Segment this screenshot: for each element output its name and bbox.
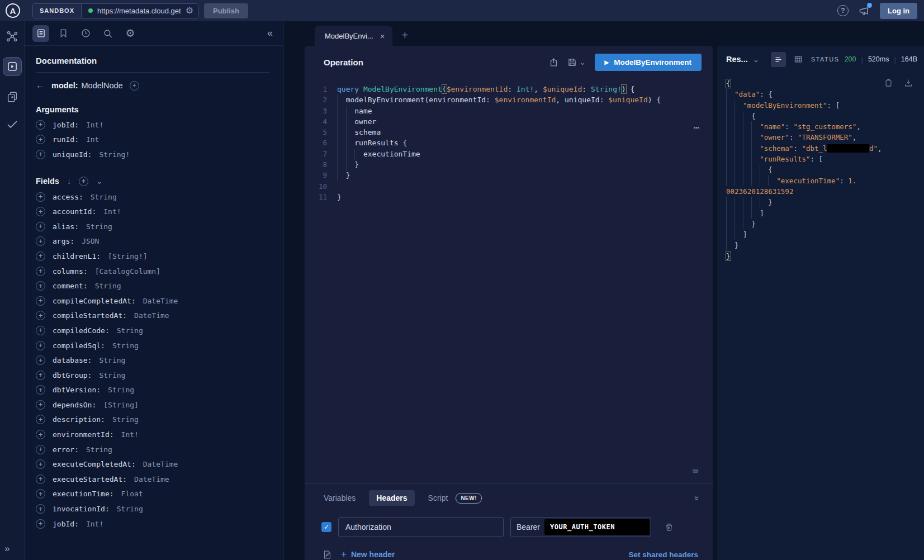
field-item[interactable]: +jobId:Int! (36, 516, 269, 531)
argument-item[interactable]: +jobId:Int! (36, 117, 269, 132)
field-item[interactable]: +compileStartedAt:DateTime (36, 309, 269, 324)
argument-name[interactable]: uniqueId: (53, 150, 92, 159)
field-item[interactable]: +comment:String (36, 278, 269, 293)
add-to-query-icon[interactable]: + (36, 341, 45, 350)
field-type[interactable]: String (112, 415, 139, 424)
field-type[interactable]: String (117, 326, 143, 335)
add-to-query-icon[interactable]: + (36, 400, 45, 410)
field-name[interactable]: compiledSql: (53, 341, 105, 350)
add-to-query-icon[interactable]: + (36, 371, 45, 380)
field-item[interactable]: +childrenL1:[String!] (36, 249, 269, 264)
field-item[interactable]: +access:String (36, 189, 269, 205)
field-item[interactable]: +dependsOn:[String] (36, 397, 269, 412)
add-to-query-icon[interactable]: + (36, 326, 45, 335)
field-name[interactable]: jobId: (53, 520, 79, 528)
field-name[interactable]: childrenL1: (53, 252, 101, 260)
more-options-icon[interactable]: ⋯ (694, 122, 700, 133)
pretty-view-icon[interactable] (771, 52, 786, 67)
field-name[interactable]: environmentId: (53, 430, 114, 439)
table-view-icon[interactable] (791, 52, 806, 67)
field-name[interactable]: compiledCode: (53, 326, 110, 335)
field-type[interactable]: DateTime (134, 475, 169, 483)
field-item[interactable]: +executeStartedAt:DateTime (36, 472, 269, 487)
field-type[interactable]: String (95, 282, 121, 290)
breadcrumb-type[interactable]: ModelNode (82, 81, 123, 90)
field-type[interactable]: String (108, 386, 134, 394)
field-name[interactable]: error: (53, 445, 79, 454)
set-shared-headers-link[interactable]: Set shared headers (628, 550, 698, 559)
argument-type[interactable]: Int! (86, 121, 103, 129)
field-name[interactable]: executeStartedAt: (53, 475, 127, 483)
add-to-query-icon[interactable]: + (36, 150, 45, 159)
add-to-query-icon[interactable]: + (36, 251, 45, 261)
argument-type[interactable]: String! (99, 150, 130, 159)
add-to-query-icon[interactable]: + (36, 135, 45, 144)
back-arrow-icon[interactable]: ← (36, 80, 45, 91)
search-icon[interactable] (99, 25, 116, 42)
field-type[interactable]: Int! (86, 520, 103, 528)
field-item[interactable]: +database:String (36, 353, 269, 368)
field-name[interactable]: executeCompletedAt: (53, 460, 136, 468)
collapse-section-icon[interactable]: » (692, 496, 702, 500)
add-to-query-icon[interactable]: + (36, 489, 45, 499)
add-to-query-icon[interactable]: + (36, 459, 45, 469)
field-type[interactable]: [String!] (108, 252, 147, 260)
delete-header-icon[interactable] (665, 522, 674, 532)
expand-rail-icon[interactable]: » (4, 543, 10, 560)
add-to-query-icon[interactable]: + (36, 311, 45, 320)
add-to-query-icon[interactable]: + (36, 236, 45, 246)
field-item[interactable]: +executeCompletedAt:DateTime (36, 457, 269, 472)
apollo-logo[interactable]: A (6, 3, 20, 18)
endpoint-url-box[interactable]: https://metadata.cloud.get ⚙ (82, 4, 198, 18)
field-item[interactable]: +accountId:Int! (36, 204, 269, 219)
announcements-icon[interactable] (859, 5, 870, 16)
argument-name[interactable]: runId: (53, 135, 79, 144)
argument-item[interactable]: +uniqueId:String! (36, 147, 269, 162)
tab-script[interactable]: Script (428, 493, 448, 502)
field-name[interactable]: accountId: (53, 207, 96, 216)
new-tab-icon[interactable]: + (401, 26, 408, 42)
explorer-icon[interactable] (3, 57, 22, 76)
add-to-query-icon[interactable]: + (36, 192, 45, 202)
endpoint-url[interactable]: https://metadata.cloud.get (97, 7, 181, 15)
keyboard-shortcuts-icon[interactable]: ⌨ (693, 466, 698, 477)
fields-options-chevron-icon[interactable]: ⌄ (96, 177, 103, 186)
tab-variables[interactable]: Variables (324, 493, 356, 502)
field-name[interactable]: compileCompletedAt: (53, 297, 136, 305)
auth-token-value[interactable]: YOUR_AUTH_TOKEN (544, 519, 650, 535)
publish-button[interactable]: Publish (204, 3, 248, 18)
field-item[interactable]: +compileCompletedAt:DateTime (36, 293, 269, 309)
tab-headers[interactable]: Headers (369, 490, 414, 506)
field-name[interactable]: columns: (53, 267, 88, 276)
field-name[interactable]: comment: (53, 282, 88, 290)
add-to-query-icon[interactable]: + (36, 415, 45, 424)
operation-collections-icon[interactable] (6, 91, 18, 103)
response-title[interactable]: Res... (726, 55, 748, 64)
field-item[interactable]: +dbtGroup:String (36, 368, 269, 383)
field-item[interactable]: +alias:String (36, 219, 269, 234)
field-type[interactable]: String (112, 341, 139, 350)
sort-fields-icon[interactable]: ↓ (67, 177, 71, 186)
field-type[interactable]: [CatalogColumn] (95, 267, 160, 276)
field-item[interactable]: +environmentId:Int! (36, 427, 269, 442)
header-enabled-checkbox[interactable]: ✓ (321, 522, 331, 532)
header-key-input[interactable] (338, 517, 504, 537)
operation-tab[interactable]: ModelByEnvi... × (315, 26, 392, 46)
collapse-panel-icon[interactable]: « (267, 27, 273, 39)
history-icon[interactable] (77, 25, 94, 42)
field-name[interactable]: dependsOn: (53, 401, 96, 409)
field-name[interactable]: database: (53, 356, 92, 364)
add-to-query-icon[interactable]: + (36, 445, 45, 454)
schema-graph-icon[interactable] (6, 30, 18, 42)
response-dropdown-chevron-icon[interactable]: ⌄ (753, 55, 759, 64)
checks-icon[interactable] (6, 117, 19, 131)
add-all-fields-icon[interactable]: + (79, 177, 88, 186)
add-to-query-icon[interactable]: + (36, 222, 45, 231)
help-icon[interactable]: ? (837, 5, 849, 16)
header-value-field[interactable]: Bearer YOUR_AUTH_TOKEN (510, 517, 651, 537)
field-name[interactable]: dbtVersion: (53, 386, 101, 394)
field-type[interactable]: JSON (82, 237, 99, 245)
prefill-headers-icon[interactable] (323, 549, 332, 560)
field-type[interactable]: Int! (103, 207, 121, 216)
saved-operations-icon[interactable] (55, 25, 72, 42)
